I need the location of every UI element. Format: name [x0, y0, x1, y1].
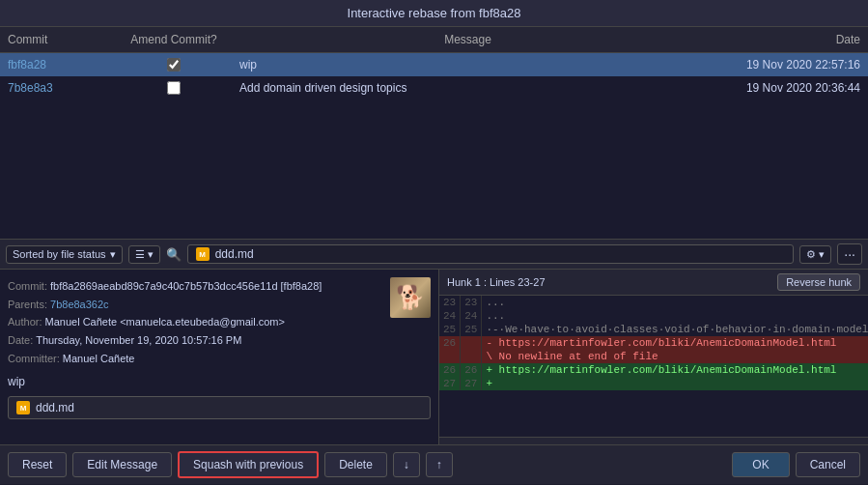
- line-num-left: 26: [439, 336, 461, 350]
- diff-content: +: [482, 377, 868, 390]
- diff-content: ...: [482, 309, 868, 323]
- file-list-item[interactable]: M ddd.md: [8, 396, 431, 419]
- file-path-display: M ddd.md: [187, 244, 795, 264]
- commit-date: 19 Nov 2020 22:57:16: [704, 56, 868, 73]
- gear-button[interactable]: ⚙ ▾: [799, 245, 831, 264]
- amend-checkbox[interactable]: [167, 81, 181, 95]
- cancel-button[interactable]: Cancel: [796, 452, 860, 477]
- date-info-line: Date: Thursday, November 19, 2020 10:57:…: [8, 331, 431, 350]
- list-icon: ☰: [135, 248, 145, 260]
- amend-checkbox[interactable]: [167, 58, 181, 71]
- line-num-left: 23: [439, 296, 461, 309]
- diff-line-added: 26 26 + https://martinfowler.com/bliki/A…: [439, 363, 868, 377]
- list-view-button[interactable]: ☰ ▾: [128, 245, 160, 264]
- line-num-left: 25: [439, 323, 461, 336]
- commit-message-body: wip: [8, 375, 431, 388]
- diff-content: ·-·We·have·to·avoid·classes·void·of·beha…: [482, 323, 868, 336]
- line-num-left: 26: [439, 363, 461, 377]
- header-commit: Commit: [0, 31, 116, 48]
- gear-chevron-icon: ▾: [819, 248, 825, 261]
- move-up-button[interactable]: ↑: [426, 452, 453, 477]
- commit-info: Commit: fbf8a2869aeabd89c7a9c40c7b57b3dc…: [8, 277, 431, 367]
- horizontal-scrollbar[interactable]: [439, 437, 868, 444]
- line-num-right: 24: [461, 309, 482, 323]
- main-content: Commit: fbf8a2869aeabd89c7a9c40c7b57b3dc…: [0, 270, 868, 444]
- line-num-right: 23: [461, 296, 482, 309]
- commit-hash: 7b8e8a3: [0, 79, 116, 97]
- hunk-info: Hunk 1 : Lines 23-27: [447, 276, 546, 288]
- parents-value[interactable]: 7b8e8a362c: [50, 299, 109, 310]
- commit-info-wrapper: Commit: fbf8a2869aeabd89c7a9c40c7b57b3dc…: [8, 277, 431, 367]
- commit-message: wip: [232, 56, 704, 73]
- gear-icon: ⚙: [806, 248, 816, 261]
- line-num-right: [461, 350, 482, 363]
- ok-button[interactable]: OK: [732, 452, 789, 477]
- diff-table: 23 23 ... 24 24 ... 25 25 ·-·We·have: [439, 296, 868, 390]
- diff-line-removed: 26 - https://martinfowler.com/bliki/Anem…: [439, 336, 868, 350]
- file-name: ddd.md: [215, 247, 254, 261]
- commit-message: Add domain driven design topics: [232, 79, 704, 97]
- author-label: Author:: [8, 316, 42, 328]
- table-row[interactable]: 7b8e8a3 Add domain driven design topics …: [0, 76, 868, 100]
- file-name-label: ddd.md: [36, 401, 74, 414]
- author-info-line: Author: Manuel Cañete <manuelca.eteubeda…: [8, 313, 431, 331]
- header-amend: Amend Commit?: [116, 31, 232, 48]
- hunk-header: Hunk 1 : Lines 23-27 Reverse hunk: [439, 270, 868, 296]
- line-num-left: 24: [439, 309, 461, 323]
- diff-content: - https://martinfowler.com/bliki/AnemicD…: [482, 336, 868, 350]
- header-message: Message: [232, 31, 704, 48]
- reset-button[interactable]: Reset: [8, 452, 67, 477]
- file-type-icon: M: [196, 247, 210, 261]
- parents-label: Parents:: [8, 299, 47, 310]
- right-panel: Hunk 1 : Lines 23-27 Reverse hunk 23 23 …: [439, 270, 868, 444]
- diff-line: 23 23 ...: [439, 296, 868, 309]
- diff-area[interactable]: 23 23 ... 24 24 ... 25 25 ·-·We·have: [439, 296, 868, 437]
- commit-full-hash: fbf8a2869aeabd89c7a9c40c7b57b3dcc456e11d…: [50, 280, 322, 292]
- move-down-button[interactable]: ↓: [393, 452, 420, 477]
- date-label: Date:: [8, 334, 33, 346]
- diff-line: 25 25 ·-·We·have·to·avoid·classes·void·o…: [439, 323, 868, 336]
- diff-content: ...: [482, 296, 868, 309]
- delete-button[interactable]: Delete: [324, 452, 387, 477]
- committer-label: Committer:: [8, 353, 60, 364]
- toolbar-row: Sorted by file status ▾ ☰ ▾ 🔍 M ddd.md ⚙…: [0, 240, 868, 270]
- diff-content: + https://martinfowler.com/bliki/AnemicD…: [482, 363, 868, 377]
- diff-line: 24 24 ...: [439, 309, 868, 323]
- avatar: 🐕: [390, 277, 431, 318]
- date-value: Thursday, November 19, 2020 10:57:16 PM: [36, 334, 241, 346]
- avatar-image: 🐕: [396, 284, 425, 311]
- list-chevron-icon: ▾: [148, 248, 154, 260]
- commit-table-area: Commit Amend Commit? Message Date fbf8a2…: [0, 27, 868, 240]
- diff-line-added: 27 27 +: [439, 377, 868, 390]
- commit-date: 19 Nov 2020 20:36:44: [704, 79, 868, 97]
- line-num-left: [439, 350, 461, 363]
- table-header: Commit Amend Commit? Message Date: [0, 27, 868, 53]
- committer-info-line: Committer: Manuel Cañete: [8, 350, 431, 368]
- more-options-button[interactable]: ···: [837, 243, 862, 265]
- line-num-right: 25: [461, 323, 482, 336]
- line-num-left: 27: [439, 377, 461, 390]
- reverse-hunk-button[interactable]: Reverse hunk: [777, 273, 860, 291]
- sort-dropdown[interactable]: Sorted by file status ▾: [6, 245, 123, 264]
- line-num-right: 27: [461, 377, 482, 390]
- amend-checkbox-cell[interactable]: [116, 81, 232, 95]
- left-panel: Commit: fbf8a2869aeabd89c7a9c40c7b57b3dc…: [0, 270, 439, 444]
- amend-checkbox-cell[interactable]: [116, 58, 232, 71]
- diff-content: \ No newline at end of file: [482, 350, 868, 363]
- header-date: Date: [704, 31, 868, 48]
- title-text: Interactive rebase from fbf8a28: [348, 6, 521, 20]
- bottom-buttons: Reset Edit Message Squash with previous …: [0, 444, 868, 484]
- commit-message-text: wip: [8, 375, 431, 388]
- line-num-right: 26: [461, 363, 482, 377]
- title-bar: Interactive rebase from fbf8a28: [0, 0, 868, 27]
- edit-message-button[interactable]: Edit Message: [72, 452, 172, 477]
- bottom-panel: Sorted by file status ▾ ☰ ▾ 🔍 M ddd.md ⚙…: [0, 240, 868, 484]
- sort-label: Sorted by file status: [13, 248, 106, 260]
- chevron-down-icon: ▾: [110, 248, 116, 261]
- squash-with-previous-button[interactable]: Squash with previous: [178, 451, 319, 478]
- search-icon[interactable]: 🔍: [166, 247, 182, 262]
- line-num-right: [461, 336, 482, 350]
- dots-icon: ···: [844, 246, 855, 262]
- table-row[interactable]: fbf8a28 wip 19 Nov 2020 22:57:16: [0, 53, 868, 76]
- commit-hash: fbf8a28: [0, 56, 116, 73]
